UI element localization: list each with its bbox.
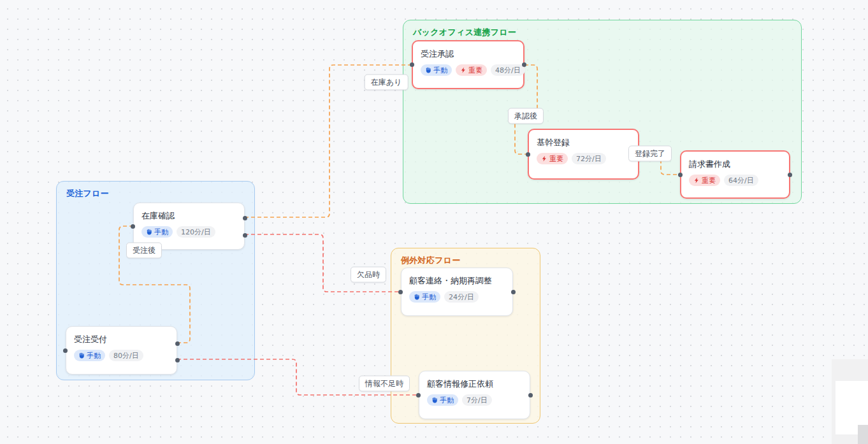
group-title: 受注フロー: [66, 188, 109, 199]
handle-target[interactable]: [526, 152, 530, 157]
zap-icon: [693, 177, 700, 183]
node-title: 在庫確認: [141, 210, 236, 222]
badge-row: 手動 80分/日: [74, 350, 169, 361]
minimap-node: [858, 425, 868, 444]
group-title: バックオフィス連携フロー: [413, 27, 516, 38]
badge-row: 重要 72分/日: [537, 153, 630, 164]
node-core-registration[interactable]: 基幹登録 重要 72分/日: [528, 129, 639, 180]
hand-icon: [425, 67, 431, 73]
flow-canvas[interactable]: バックオフィス連携フロー 受注フロー 例外対応フロー 在庫あり承認後登録完了受注…: [0, 0, 868, 444]
badge-row: 手動 重要 48分/日: [421, 64, 516, 76]
handle-target[interactable]: [63, 348, 68, 353]
time-badge: 120分/日: [177, 226, 215, 238]
node-title: 受注承認: [421, 48, 516, 60]
badge-label: 手動: [422, 292, 436, 302]
handle-source[interactable]: [511, 290, 516, 294]
time-badge: 24分/日: [444, 291, 479, 303]
important-badge: 重要: [537, 153, 568, 164]
manual-badge: 手動: [141, 226, 173, 238]
hand-icon: [414, 294, 420, 300]
badge-label: 手動: [433, 66, 447, 75]
node-invoice-creation[interactable]: 請求書作成 重要 64分/日: [680, 150, 790, 199]
node-title: 受注受付: [74, 334, 169, 345]
badge-row: 手動 7分/日: [427, 394, 522, 406]
badge-label: 重要: [549, 154, 563, 164]
manual-badge: 手動: [409, 291, 440, 303]
time-badge: 48分/日: [491, 64, 525, 76]
node-customer-info-fix[interactable]: 顧客情報修正依頼 手動 7分/日: [419, 371, 530, 419]
badge-row: 手動 24分/日: [409, 291, 505, 303]
time-badge: 7分/日: [462, 394, 492, 406]
handle-target[interactable]: [410, 62, 414, 67]
badge-row: 手動 120分/日: [141, 226, 236, 238]
time-badge: 64分/日: [724, 175, 758, 186]
edge-label: 受注後: [126, 243, 162, 259]
important-badge: 重要: [456, 64, 487, 76]
node-title: 顧客情報修正依頼: [427, 378, 522, 390]
time-badge: 80分/日: [109, 350, 143, 361]
badge-label: 重要: [468, 66, 482, 75]
node-order-reception[interactable]: 受注受付 手動 80分/日: [66, 326, 177, 375]
hand-icon: [78, 352, 85, 359]
hand-icon: [431, 397, 438, 403]
badge-row: 重要 64分/日: [689, 175, 781, 186]
node-title: 基幹登録: [537, 137, 630, 148]
manual-badge: 手動: [427, 394, 458, 406]
edge-label: 登録完了: [628, 146, 672, 162]
node-customer-contact[interactable]: 顧客連絡・納期再調整 手動 24分/日: [401, 268, 513, 316]
hand-icon: [146, 229, 152, 235]
edge-label: 承認後: [508, 108, 544, 124]
node-order-approval[interactable]: 受注承認 手動 重要 48分/日: [412, 40, 524, 89]
zap-icon: [541, 155, 547, 162]
edge-label: 在庫あり: [365, 75, 409, 90]
handle-source-bottom[interactable]: [175, 358, 180, 362]
edge-label: 欠品時: [351, 267, 386, 283]
handle-source[interactable]: [522, 62, 526, 67]
manual-badge: 手動: [421, 64, 452, 76]
badge-label: 手動: [154, 227, 168, 237]
manual-badge: 手動: [74, 350, 105, 361]
node-title: 請求書作成: [689, 159, 781, 170]
handle-target[interactable]: [416, 393, 421, 397]
handle-source[interactable]: [528, 393, 533, 397]
minimap-viewport[interactable]: [835, 381, 868, 434]
group-title: 例外対応フロー: [401, 255, 461, 266]
important-badge: 重要: [689, 175, 720, 186]
handle-target[interactable]: [398, 290, 403, 294]
badge-label: 手動: [87, 351, 101, 361]
handle-target[interactable]: [131, 224, 135, 229]
badge-label: 重要: [702, 176, 716, 185]
edge-label: 情報不足時: [359, 376, 410, 392]
zap-icon: [460, 67, 467, 73]
handle-source[interactable]: [788, 173, 792, 177]
handle-source-bottom[interactable]: [243, 233, 247, 238]
node-title: 顧客連絡・納期再調整: [409, 275, 505, 287]
minimap[interactable]: [832, 359, 868, 444]
handle-source-top[interactable]: [243, 216, 247, 220]
handle-target[interactable]: [678, 173, 683, 177]
flow-edge[interactable]: [245, 234, 401, 292]
badge-label: 手動: [440, 396, 454, 405]
time-badge: 72分/日: [572, 153, 606, 164]
handle-source-top[interactable]: [175, 341, 180, 346]
